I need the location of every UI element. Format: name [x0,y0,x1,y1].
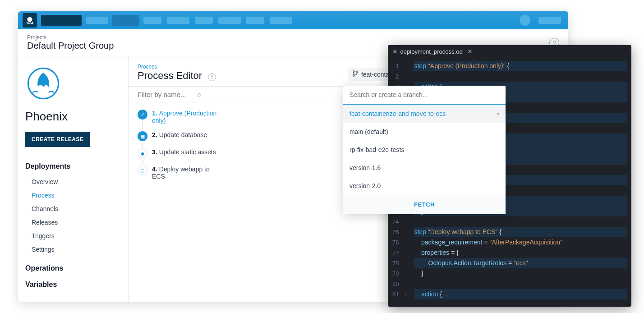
check-icon: ✓ [138,110,147,120]
process-title: Process Editor [138,70,202,81]
project-logo [25,65,61,101]
cursor-icon: ⌖ [497,111,499,117]
code-line[interactable]: properties = { [414,248,627,258]
editor-filename: deployment_process.ocl [400,48,464,55]
search-icon[interactable]: ⌕ [197,90,202,98]
sidebar: Phoenix CREATE RELEASE Deployments Overv… [18,56,128,302]
filter-input[interactable] [138,91,196,98]
nav-placeholder[interactable] [270,17,292,24]
page-title: Default Project Group [27,41,114,51]
step-label: 3.Update static assets [152,148,216,156]
process-crumb[interactable]: Process [138,64,216,70]
branch-option[interactable]: rp-fix-bad-e2e-tests [343,141,506,159]
nav-placeholder[interactable] [218,17,241,24]
step-connector [143,116,143,170]
fetch-button[interactable]: FETCH [343,195,506,214]
create-release-button[interactable]: CREATE RELEASE [25,132,90,147]
branch-dropdown: feat-containerize-and-move-to-ecs⌖main (… [343,86,506,214]
db-icon: ▦ [138,131,147,141]
step-label: 2.Update database [152,131,207,138]
code-line[interactable] [414,71,627,82]
nav-placeholder[interactable] [86,17,108,24]
step-label: 4.Deploy webapp to ECS [152,166,220,180]
nav-section-variables[interactable]: Variables [25,281,128,289]
svg-point-3 [353,75,355,77]
help-icon[interactable]: ? [208,73,216,81]
nav-placeholder[interactable] [167,17,189,24]
close-icon[interactable]: ✕ [467,48,473,55]
nav-section-operations[interactable]: Operations [25,264,128,272]
code-line[interactable] [414,279,627,289]
branch-option[interactable]: version-1.6 [343,159,506,177]
branch-option[interactable]: version-2.0 [343,177,506,195]
sidebar-item-process[interactable]: Process [25,189,128,202]
nav-placeholder[interactable] [195,17,213,24]
code-line[interactable] [414,216,627,227]
nav-placeholder[interactable] [538,17,561,24]
code-line[interactable]: step "Deploy webapp to ECS" { [414,227,627,237]
branch-search-input[interactable] [343,86,506,105]
svg-point-2 [353,71,355,73]
nav-section-deployments[interactable]: Deployments [25,162,128,170]
top-nav-bar [18,11,568,29]
code-line[interactable]: } [414,268,627,279]
user-avatar[interactable] [520,15,530,26]
sidebar-item-channels[interactable]: Channels [25,202,128,216]
branch-option[interactable]: feat-containerize-and-move-to-ecs⌖ [343,105,506,123]
nav-placeholder[interactable] [143,17,161,24]
code-line[interactable]: Octopus.Action.TargetRoles = "ecs" [414,258,627,268]
asset-icon: ◆ [138,148,147,158]
ecs-icon: ⬡ [138,166,147,175]
breadcrumb[interactable]: Projects [27,34,114,41]
code-line[interactable]: action {… [414,289,627,299]
sidebar-item-triggers[interactable]: Triggers [25,229,128,243]
project-name: Phoenix [25,110,128,124]
nav-placeholder[interactable] [246,17,264,24]
app-logo[interactable] [23,13,37,28]
octopus-icon [25,15,35,25]
svg-point-0 [28,17,32,22]
code-line[interactable]: package_requirement = "AfterPackageAcqui… [414,237,627,248]
nav-placeholder[interactable] [41,15,82,26]
svg-point-4 [356,72,358,74]
editor-tab[interactable]: ≡ deployment_process.ocl ✕ [388,45,631,58]
sidebar-item-releases[interactable]: Releases [25,216,128,229]
sidebar-item-overview[interactable]: Overview [25,175,128,189]
code-line[interactable]: step "Approve (Production only)" { [414,61,627,71]
nav-placeholder-active[interactable] [112,15,139,26]
branch-option[interactable]: main (default) [343,123,506,141]
sidebar-item-settings[interactable]: Settings [25,243,128,256]
hamburger-icon: ≡ [393,48,397,55]
step-label: 1.Approve (Production only) [152,110,220,124]
git-branch-icon [352,70,359,78]
